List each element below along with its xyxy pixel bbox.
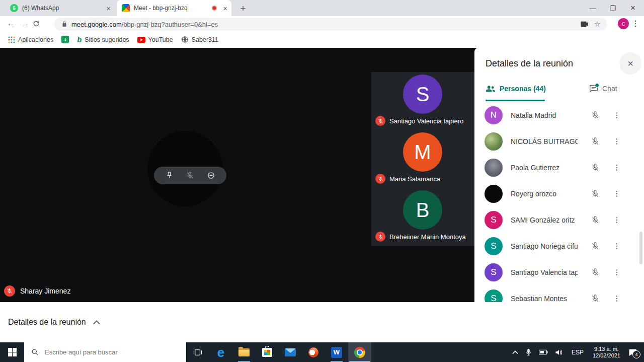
mic-off-icon[interactable] [186, 171, 194, 180]
mic-off-icon [591, 137, 600, 146]
address-bar[interactable]: meet.google.com/bbp-gnzj-bzq?authuser=0&… [54, 18, 607, 31]
self-name: Sharay Jimenez [20, 287, 70, 295]
participant-menu-kebab-icon[interactable] [613, 189, 621, 198]
restore-window-button[interactable]: ❐ [602, 0, 624, 16]
participant-name: Royerg orozco [511, 190, 578, 198]
close-tab-icon[interactable]: × [106, 4, 111, 13]
pin-icon[interactable] [165, 171, 174, 180]
taskbar-store-icon[interactable] [256, 342, 279, 362]
meet-bottom-bar: Detalles de la reunión Presentar ahora [0, 302, 644, 342]
minimize-window-button[interactable]: — [582, 0, 604, 16]
search-input[interactable] [44, 348, 172, 356]
participant-row[interactable]: S Sebastian Montes [474, 285, 644, 302]
panel-title: Detalles de la reunión [486, 58, 573, 69]
tray-volume-icon[interactable] [555, 349, 563, 356]
participant-menu-kebab-icon[interactable] [613, 137, 621, 146]
tray-microphone-icon[interactable] [525, 348, 532, 356]
participant-avatar [485, 159, 503, 177]
taskbar-word-icon[interactable]: W [325, 342, 348, 362]
refresh-icon[interactable] [32, 20, 46, 28]
participant-avatar: N [485, 106, 503, 124]
taskbar-search[interactable] [24, 342, 186, 362]
participant-row[interactable]: NICOLÁS BUITRAGO [474, 128, 644, 155]
tab-whatsapp[interactable]: 6 (6) WhatsApp × [5, 0, 115, 16]
taskbar-office-icon[interactable] [302, 342, 325, 362]
participant-name: Paola Gutierrez [511, 164, 578, 172]
bookmark-star-icon[interactable]: ☆ [594, 20, 601, 29]
action-center-icon[interactable]: 4 [628, 348, 637, 356]
start-button[interactable] [0, 342, 24, 362]
tray-language-indicator[interactable]: ESP [572, 349, 584, 356]
mic-muted-badge-icon [375, 232, 385, 242]
tray-chevron-up-icon[interactable] [512, 350, 518, 354]
video-tile[interactable]: S Santiago Valencia tapiero [371, 72, 474, 130]
participant-row[interactable]: N Natalia Madrid [474, 102, 644, 128]
close-tab-icon[interactable]: × [223, 4, 227, 13]
taskbar-mail-icon[interactable] [279, 342, 302, 362]
active-tab-underline [486, 100, 545, 101]
search-icon [31, 348, 39, 356]
video-tile[interactable]: M Maria Salamanca [371, 130, 474, 188]
tab-chat[interactable]: Chat [589, 85, 617, 93]
participant-list[interactable]: N Natalia Madrid NICOLÁS BUITRAGO Paola … [474, 102, 644, 302]
video-tile[interactable]: B Breheiiner Mariin Montoya [371, 188, 474, 246]
tray-battery-icon[interactable] [539, 349, 548, 355]
tab-personas-label: Personas (44) [500, 85, 546, 93]
bookmark-youtube[interactable]: YouTube [137, 36, 173, 43]
participant-menu-kebab-icon[interactable] [613, 215, 621, 225]
bookmark-apps[interactable]: Aplicaciones [8, 36, 53, 43]
mic-off-icon [591, 242, 600, 251]
browser-tab-strip: 6 (6) WhatsApp × Meet - bbp-gnzj-bzq × +… [0, 0, 644, 16]
remove-participant-icon[interactable] [207, 171, 215, 180]
close-window-button[interactable]: × [622, 0, 644, 16]
bookmark-label: YouTube [148, 36, 173, 43]
forward-icon[interactable]: → [18, 19, 32, 29]
bookmark-sheets[interactable]: + [61, 36, 69, 43]
url-text: meet.google.com/bbp-gnzj-bzq?authuser=0&… [71, 21, 580, 28]
panel-scrollbar[interactable] [639, 232, 642, 264]
meet-favicon [122, 4, 130, 12]
participant-avatar: S [485, 237, 503, 255]
participant-menu-kebab-icon[interactable] [613, 111, 621, 120]
participant-avatar: S [485, 289, 503, 302]
participant-menu-kebab-icon[interactable] [613, 294, 621, 302]
participant-row[interactable]: S Santiago Noriega cifuen… [474, 233, 644, 259]
meeting-details-toggle[interactable]: Detalles de la reunión [8, 302, 100, 342]
back-icon[interactable]: ← [4, 19, 18, 29]
mic-off-icon [591, 268, 600, 277]
participant-row[interactable]: Royerg orozco [474, 181, 644, 207]
participant-menu-kebab-icon[interactable] [613, 242, 621, 251]
tray-clock[interactable]: 9:13 a. m. 12/02/2021 [593, 346, 620, 359]
apps-grid-icon [8, 36, 15, 43]
taskbar-chrome-icon[interactable] [348, 342, 371, 362]
participant-row[interactable]: Paola Gutierrez [474, 155, 644, 181]
task-view-button[interactable] [186, 342, 209, 362]
notification-count-badge: 4 [632, 350, 640, 358]
taskbar-file-explorer-icon[interactable] [232, 342, 256, 362]
participant-row[interactable]: S Santiago Valencia tapiero [474, 259, 644, 285]
tab-meet[interactable]: Meet - bbp-gnzj-bzq × [117, 0, 231, 16]
browser-menu-kebab-icon[interactable] [631, 19, 640, 28]
participant-menu-kebab-icon[interactable] [613, 268, 621, 277]
chrome-profile-avatar[interactable]: c [618, 18, 629, 29]
tile-participant-name: Breheiiner Mariin Montoya [389, 233, 466, 241]
chat-icon [589, 85, 598, 93]
tray-date: 12/02/2021 [593, 352, 620, 359]
close-panel-button[interactable]: × [619, 52, 641, 75]
participant-avatar: S [485, 263, 503, 281]
participant-menu-kebab-icon[interactable] [613, 163, 621, 172]
taskbar-edge-icon[interactable]: e [209, 342, 232, 362]
tab-title: Meet - bbp-gnzj-bzq [134, 5, 212, 12]
participant-avatar: S [485, 211, 503, 229]
bookmark-label: Sitios sugeridos [85, 36, 129, 43]
new-tab-button[interactable]: + [236, 2, 250, 15]
participant-row[interactable]: S SAMI González oritz [474, 207, 644, 233]
camera-in-use-icon[interactable] [580, 21, 589, 28]
bookmark-saber311[interactable]: Saber311 [181, 36, 218, 43]
bookmark-sitios-sugeridos[interactable]: b Sitios sugeridos [77, 35, 129, 44]
chat-notification-dot [595, 83, 599, 88]
sheets-icon: + [61, 36, 69, 43]
system-tray: ESP 9:13 a. m. 12/02/2021 4 [509, 342, 644, 362]
globe-icon [181, 36, 189, 43]
tab-personas[interactable]: Personas (44) [486, 85, 546, 93]
